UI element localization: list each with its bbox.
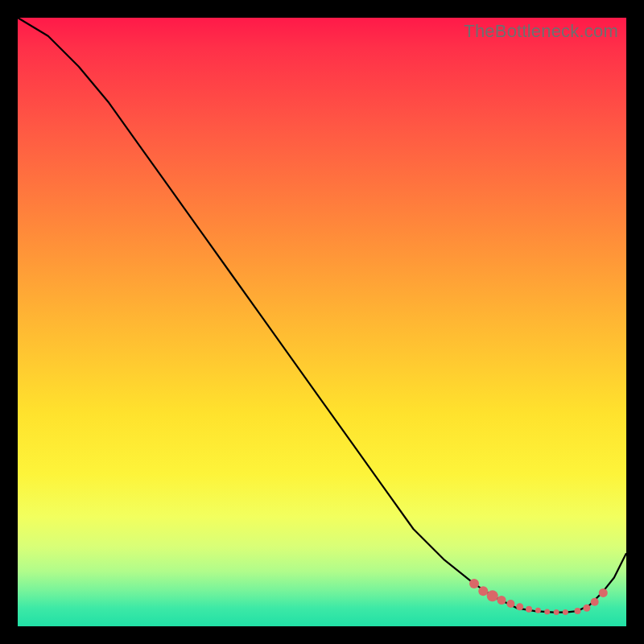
chart-container: TheBottleneck.com [0,0,644,644]
highlight-dots [469,579,608,615]
highlight-dot [544,609,550,614]
highlight-dot [554,609,559,615]
highlight-dot [487,590,498,601]
highlight-dot [506,600,514,608]
highlight-dot [526,606,532,613]
highlight-dot [575,608,581,614]
highlight-dot [591,598,599,606]
highlight-dot [599,588,608,597]
bottleneck-curve [18,18,626,613]
highlight-dot [469,579,479,588]
curve-svg [18,18,626,626]
highlight-dot [497,596,506,605]
highlight-dot [516,603,523,610]
plot-area: TheBottleneck.com [18,18,626,626]
highlight-dot [563,609,568,615]
highlight-dot [535,608,541,613]
highlight-dot [583,605,590,612]
highlight-dot [478,586,488,596]
